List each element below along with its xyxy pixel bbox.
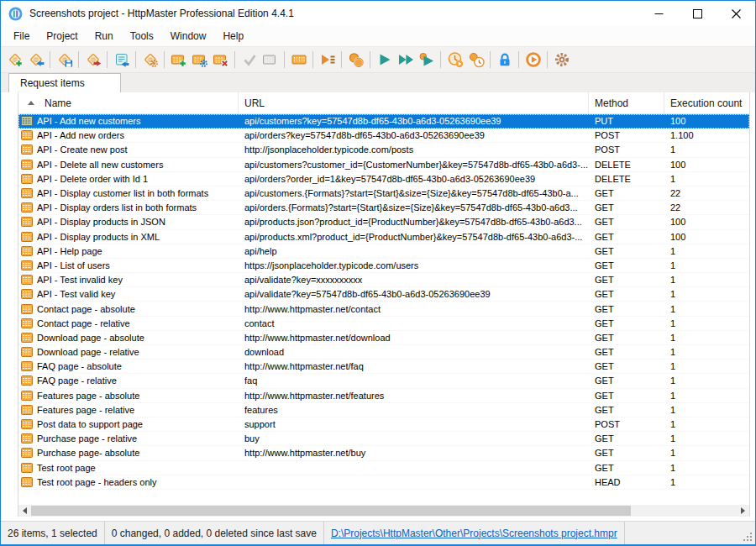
toolbar-separator	[312, 51, 313, 68]
schedule-execution-button[interactable]	[444, 50, 465, 71]
project-properties-button[interactable]	[139, 50, 160, 71]
execute-selected-button[interactable]	[416, 50, 437, 71]
request-name: Post data to support page	[37, 419, 143, 429]
menu-run[interactable]: Run	[87, 27, 122, 45]
request-url: api/customers?key=57547d8b-df65-43b0-a6d…	[239, 116, 589, 126]
table-row[interactable]: Purchase page- absolutehttp://www.httpma…	[18, 446, 749, 460]
menu-file[interactable]: File	[5, 27, 38, 45]
close-button[interactable]	[717, 1, 755, 26]
request-name: API - Delete all new customers	[37, 160, 163, 170]
table-row[interactable]: Download page - absolutehttp://www.httpm…	[18, 331, 749, 345]
menu-project[interactable]: Project	[38, 27, 86, 45]
request-method: GET	[589, 448, 664, 458]
table-body: API - Add new customersapi/customers?key…	[18, 114, 749, 505]
table-row[interactable]: Contact page - absolutehttp://www.httpma…	[18, 302, 749, 316]
table-row[interactable]: Test root page - headers onlyHEAD1	[18, 475, 749, 490]
table-row[interactable]: Contact page - relativecontactGET1	[18, 317, 749, 331]
request-method: GET	[589, 304, 664, 314]
table-row[interactable]: API - Help pageapi/helpGET1	[18, 244, 749, 259]
request-url: api/validate?key=xxxxxxxxxx	[239, 275, 589, 285]
request-name: Contact page - absolute	[37, 304, 135, 314]
request-item-icon	[21, 174, 33, 184]
request-chaining-button[interactable]	[345, 50, 366, 71]
edit-request-item-button[interactable]	[189, 50, 210, 71]
security-lock-button[interactable]	[494, 50, 515, 71]
run-sequence-button[interactable]	[317, 50, 338, 71]
table-row[interactable]: API - Display orders list in both format…	[18, 201, 749, 215]
table-row[interactable]: API - Add new customersapi/customers?key…	[18, 114, 749, 129]
table-row[interactable]: API - Create new posthttp://jsonplacehol…	[18, 143, 749, 157]
request-method: GET	[589, 188, 664, 198]
column-header-execution-count[interactable]: Execution count	[664, 92, 749, 113]
request-method: DELETE	[589, 160, 664, 170]
revert-changes-icon	[262, 51, 279, 68]
request-execution-count: 100	[664, 116, 749, 126]
table-row[interactable]: FAQ page - absolutehttp://www.httpmaster…	[18, 360, 749, 374]
scroll-left-button[interactable]	[18, 505, 31, 517]
execution-monitor-button[interactable]	[522, 50, 543, 71]
scroll-right-button[interactable]	[737, 505, 749, 517]
request-item-icon	[21, 289, 33, 299]
table-row[interactable]: FAQ page - relativefaqGET1	[18, 374, 749, 388]
table-row[interactable]: Features page - relativefeaturesGET1	[18, 403, 749, 417]
data-generator-button[interactable]	[288, 50, 309, 71]
request-item-icon	[21, 419, 33, 429]
column-header-name[interactable]: Name	[18, 92, 239, 113]
status-item-count: 26 items, 1 selected	[1, 522, 105, 544]
request-name: Download page - absolute	[37, 333, 144, 343]
scrollbar-thumb[interactable]	[31, 506, 631, 516]
table-row[interactable]: API - Test invalid keyapi/validate?key=x…	[18, 273, 749, 287]
table-row[interactable]: API - Test valid keyapi/validate?key=575…	[18, 287, 749, 302]
minimize-button[interactable]	[639, 1, 678, 26]
table-row[interactable]: API - Display products in JSONapi/produc…	[18, 215, 749, 229]
column-header-method[interactable]: Method	[589, 92, 664, 113]
scrollbar-track[interactable]	[31, 505, 737, 517]
menu-tools[interactable]: Tools	[122, 27, 162, 45]
toolbar-separator	[78, 51, 79, 68]
horizontal-scrollbar[interactable]	[18, 505, 749, 517]
toolbar-separator	[50, 51, 50, 68]
column-header-url[interactable]: URL	[239, 92, 589, 113]
tab-request-items[interactable]: Request items	[8, 73, 121, 92]
table-row[interactable]: Post data to support pagesupportPOST1	[18, 417, 749, 432]
item-properties-button[interactable]	[111, 50, 132, 71]
schedule-group-button[interactable]	[465, 50, 486, 71]
table-row[interactable]: API - Display products in XMLapi/product…	[18, 230, 749, 244]
table-row[interactable]: API - List of usershttps://jsonplacehold…	[18, 259, 749, 273]
table-row[interactable]: Download page - relativedownloadGET1	[18, 345, 749, 360]
open-project-item-button[interactable]	[25, 50, 46, 71]
menu-help[interactable]: Help	[214, 27, 252, 45]
project-path-link[interactable]: D:\Projects\HttpMaster\Other\Projects\Sc…	[331, 528, 617, 539]
menu-window[interactable]: Window	[162, 27, 215, 45]
table-row[interactable]: Purchase page - relativebuyGET1	[18, 432, 749, 446]
new-project-item-button[interactable]	[4, 50, 25, 71]
save-project-item-button[interactable]	[54, 50, 75, 71]
toolbar-separator	[547, 51, 548, 68]
request-method: GET	[589, 217, 664, 227]
revert-changes-button[interactable]	[260, 50, 281, 71]
resize-grip-icon[interactable]	[742, 531, 753, 543]
request-item-icon	[21, 463, 33, 473]
export-project-item-button[interactable]	[82, 50, 103, 71]
execute-all-button[interactable]	[395, 50, 416, 71]
request-method: GET	[589, 289, 664, 299]
options-button[interactable]	[551, 50, 572, 71]
table-row[interactable]: API - Delete all new customersapi/custom…	[18, 158, 749, 172]
table-row[interactable]: API - Delete order with Id 1api/orders?o…	[18, 172, 749, 186]
request-url: features	[239, 405, 589, 415]
maximize-button[interactable]	[678, 1, 717, 26]
add-request-item-button[interactable]	[168, 50, 189, 71]
execute-button[interactable]	[374, 50, 395, 71]
table-row[interactable]: API - Add new ordersapi/orders?key=57547…	[18, 129, 749, 143]
request-method: GET	[589, 347, 664, 357]
window-title: Screenshots project - HttpMaster Profess…	[29, 8, 294, 19]
request-name: API - Add new orders	[37, 130, 124, 140]
table-row[interactable]: Features page - absolutehttp://www.httpm…	[18, 389, 749, 403]
request-name: API - Display products in JSON	[37, 217, 165, 227]
apply-changes-button[interactable]	[239, 50, 260, 71]
table-row[interactable]: Test root pageGET1	[18, 461, 749, 475]
table-row[interactable]: API - Display customer list in both form…	[18, 186, 749, 201]
delete-request-item-button[interactable]	[210, 50, 231, 71]
request-name: API - Test invalid key	[37, 275, 123, 285]
request-item-icon	[21, 405, 33, 415]
